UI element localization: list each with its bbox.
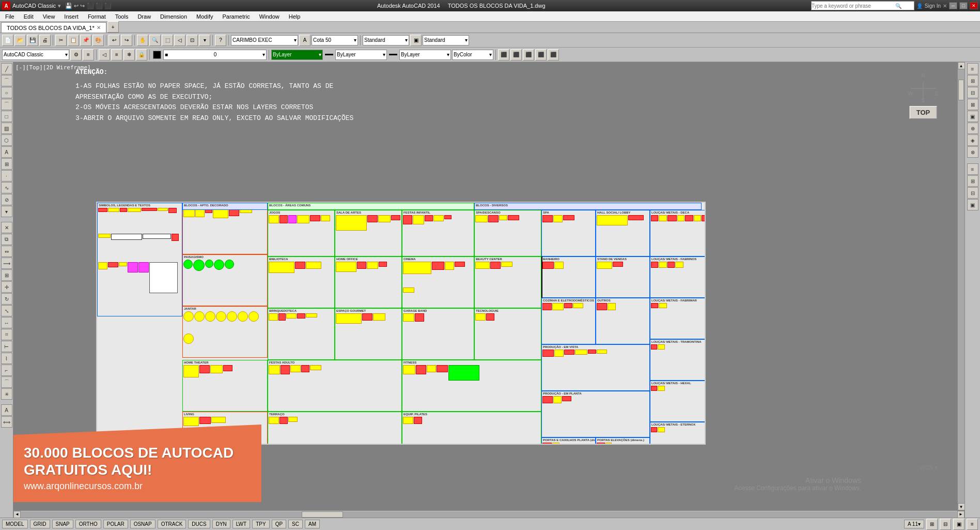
scroll-track-h[interactable] bbox=[21, 511, 957, 518]
new-tab-button[interactable]: + bbox=[107, 21, 119, 33]
more-icon[interactable]: ✕ bbox=[943, 3, 947, 9]
modify-mirror-button[interactable]: ⇔ bbox=[1, 246, 12, 257]
tb-btn-4[interactable]: ⬛ bbox=[535, 49, 547, 60]
close-button[interactable]: ✕ bbox=[970, 2, 978, 9]
right-btn-1[interactable]: ≡ bbox=[967, 63, 978, 74]
scroll-left-button[interactable]: ◄ bbox=[13, 511, 21, 518]
inquiry-dist-button[interactable]: ⟺ bbox=[1, 416, 12, 428]
search-box[interactable]: 🔍 bbox=[811, 1, 914, 10]
scroll-thumb-v[interactable] bbox=[958, 80, 964, 100]
scroll-thumb-h[interactable] bbox=[302, 511, 343, 518]
status-grid[interactable]: GRID bbox=[30, 520, 50, 528]
modify-chamfer-button[interactable]: ⌐ bbox=[1, 365, 12, 376]
layer-manager-button[interactable]: ≡ bbox=[111, 49, 122, 60]
text-style-icon[interactable]: A bbox=[299, 35, 310, 46]
right-btn-7[interactable]: ◈ bbox=[967, 134, 978, 146]
minimize-button[interactable]: ─ bbox=[949, 2, 957, 9]
status-icon-3[interactable]: ▣ bbox=[953, 519, 965, 530]
menu-window[interactable]: Window bbox=[255, 12, 284, 21]
tb-btn-2[interactable]: ⬛ bbox=[510, 49, 522, 60]
menu-edit[interactable]: Edit bbox=[20, 12, 38, 21]
menu-help[interactable]: Help bbox=[285, 12, 305, 21]
status-tpy[interactable]: TPY bbox=[252, 520, 269, 528]
zoom-more-button[interactable]: ▾ bbox=[199, 35, 210, 46]
save-button[interactable]: 💾 bbox=[27, 35, 38, 46]
right-btn-6[interactable]: ⊕ bbox=[967, 123, 978, 134]
modify-stretch-button[interactable]: ↔ bbox=[1, 317, 12, 328]
menu-dimension[interactable]: Dimension bbox=[156, 12, 191, 21]
layer-freeze-button[interactable]: ❄ bbox=[123, 49, 135, 60]
right-btn-10[interactable]: ⊞ bbox=[967, 175, 978, 187]
right-btn-2[interactable]: ⊞ bbox=[967, 75, 978, 86]
menu-draw[interactable]: Draw bbox=[133, 12, 155, 21]
status-ducs[interactable]: DUCS bbox=[188, 520, 210, 528]
scroll-track-v[interactable] bbox=[958, 69, 965, 503]
tab-close-icon[interactable]: ✕ bbox=[97, 25, 101, 31]
status-ortho[interactable]: ORTHO bbox=[75, 520, 101, 528]
status-model[interactable]: MODEL bbox=[2, 520, 28, 528]
menu-tools[interactable]: Tools bbox=[111, 12, 133, 21]
zoom-prev-button[interactable]: ◁ bbox=[174, 35, 185, 46]
right-btn-11[interactable]: ⊟ bbox=[967, 187, 978, 199]
right-btn-12[interactable]: ▣ bbox=[967, 199, 978, 210]
modify-array-button[interactable]: ⊞ bbox=[1, 269, 12, 281]
layer-style-combo[interactable]: Standard ▾ bbox=[363, 35, 409, 46]
layer-lock-button[interactable]: 🔒 bbox=[136, 49, 147, 60]
status-sc[interactable]: SC bbox=[288, 520, 303, 528]
menu-format[interactable]: Format bbox=[84, 12, 110, 21]
draw-ellipse-button[interactable]: ⊘ bbox=[1, 194, 12, 205]
menu-file[interactable]: File bbox=[1, 12, 19, 21]
right-btn-4[interactable]: ⊠ bbox=[967, 99, 978, 110]
dim-style-combo[interactable]: Cota 50 ▾ bbox=[312, 35, 358, 46]
tb-btn-1[interactable]: ⬛ bbox=[498, 49, 509, 60]
status-osnap[interactable]: OSNAP bbox=[130, 520, 155, 528]
draw-more-button[interactable]: ▾ bbox=[1, 206, 12, 217]
undo-button[interactable]: ↩ bbox=[108, 35, 120, 46]
menu-insert[interactable]: Insert bbox=[60, 12, 83, 21]
help-icon[interactable]: 👤 bbox=[916, 3, 923, 9]
lineweight-combo[interactable]: ByLayer ▾ bbox=[399, 50, 451, 60]
right-btn-5[interactable]: ▣ bbox=[967, 111, 978, 122]
draw-pline-button[interactable]: ⌒ bbox=[1, 75, 12, 86]
draw-spline-button[interactable]: ∿ bbox=[1, 182, 12, 193]
maximize-button[interactable]: □ bbox=[959, 2, 968, 9]
scroll-right-button[interactable]: ► bbox=[957, 511, 965, 518]
status-polar[interactable]: POLAR bbox=[103, 520, 128, 528]
sign-in-label[interactable]: Sign In bbox=[925, 3, 941, 9]
horizontal-scrollbar[interactable]: ◄ ► bbox=[13, 510, 965, 518]
zoom-extents-button[interactable]: ⊡ bbox=[186, 35, 198, 46]
draw-block-button[interactable]: ⊞ bbox=[1, 158, 12, 170]
scroll-down-button[interactable]: ▼ bbox=[958, 503, 965, 510]
tb-btn-3[interactable]: ⬛ bbox=[523, 49, 534, 60]
pan-button[interactable]: ✋ bbox=[137, 35, 148, 46]
search-input[interactable] bbox=[812, 2, 894, 10]
draw-rect-button[interactable]: □ bbox=[1, 111, 12, 122]
modify-extend-button[interactable]: ⊢ bbox=[1, 341, 12, 352]
workspace-settings-icon[interactable]: ⚙ bbox=[70, 49, 82, 60]
modify-fillet-button[interactable]: ⌒ bbox=[1, 376, 12, 388]
paste-button[interactable]: 📌 bbox=[80, 35, 91, 46]
plot-style-combo2[interactable]: ByColor ▾ bbox=[452, 50, 493, 60]
modify-break-button[interactable]: ⌇ bbox=[1, 353, 12, 364]
draw-region-button[interactable]: ⬡ bbox=[1, 134, 12, 146]
active-tab[interactable]: TODOS OS BLOCOS DA VIDA_1* ✕ bbox=[1, 22, 106, 33]
text-mtext-button[interactable]: A bbox=[1, 404, 12, 416]
modify-copy-button[interactable]: ⧉ bbox=[1, 234, 12, 245]
plot-style-combo[interactable]: Standard ▾ bbox=[423, 35, 469, 46]
workspace-menu-icon[interactable]: ≡ bbox=[83, 49, 94, 60]
status-icon-4[interactable]: ≡ bbox=[967, 519, 978, 530]
zoom-realtime-button[interactable]: 🔍 bbox=[149, 35, 161, 46]
toolbar-more[interactable]: ? bbox=[215, 35, 226, 46]
workspace-combo[interactable]: AutoCAD Classic ▾ bbox=[2, 50, 69, 60]
menu-view[interactable]: View bbox=[39, 12, 59, 21]
status-lwt[interactable]: LWT bbox=[232, 520, 250, 528]
tb-btn-5[interactable]: ⬛ bbox=[548, 49, 559, 60]
menu-modify[interactable]: Modify bbox=[192, 12, 217, 21]
status-snap[interactable]: SNAP bbox=[52, 520, 73, 528]
modify-offset-button[interactable]: ⟿ bbox=[1, 258, 12, 269]
modify-move-button[interactable]: ✛ bbox=[1, 281, 12, 293]
right-btn-9[interactable]: ≡ bbox=[967, 163, 978, 175]
cut-button[interactable]: ✂ bbox=[55, 35, 67, 46]
menu-parametric[interactable]: Parametric bbox=[218, 12, 254, 21]
draw-point-button[interactable]: · bbox=[1, 170, 12, 181]
